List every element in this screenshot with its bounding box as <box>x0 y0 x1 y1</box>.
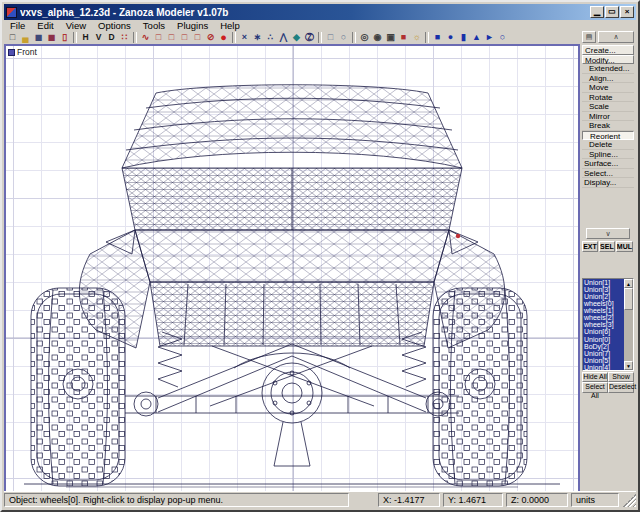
status-x-coordinate: X: -1.4177 <box>378 493 440 507</box>
zoom-icon[interactable]: ◎ <box>358 31 371 43</box>
sidebar-top-row: ▤ ∧ <box>582 31 634 43</box>
scroll-up-arrow-icon[interactable]: ▲ <box>624 279 633 288</box>
toggle-d-icon[interactable]: D <box>105 31 118 43</box>
export-icon[interactable]: ▯ <box>58 31 71 43</box>
menu-tools[interactable]: Tools <box>137 20 171 31</box>
primitive-arrow-icon[interactable]: ► <box>483 31 496 43</box>
primitive-cone-icon[interactable]: ▲ <box>470 31 483 43</box>
mirror-tool-icon[interactable]: ⋀ <box>277 31 290 43</box>
select-rect-icon[interactable]: □ <box>324 31 337 43</box>
sidebar-item-extended[interactable]: Extended... <box>582 64 634 74</box>
app-window: vxvs_alpha_12.z3d - Zanoza Modeler v1.07… <box>0 0 640 512</box>
objects-mode-icon[interactable]: □ <box>191 31 204 43</box>
background-icon[interactable]: ■ <box>397 31 410 43</box>
sel-mode-button[interactable]: SEL <box>599 241 615 252</box>
status-units: units <box>571 493 619 507</box>
front-viewport[interactable]: Front <box>4 44 580 494</box>
render-icon[interactable]: ● <box>217 31 230 43</box>
primitive-sphere-icon[interactable]: ● <box>444 31 457 43</box>
menu-edit[interactable]: Edit <box>31 20 59 31</box>
mul-mode-button[interactable]: MUL <box>616 241 633 252</box>
status-y-coordinate: Y: 1.4671 <box>443 493 503 507</box>
menu-bar: File Edit View Options Tools Plugins Hel… <box>4 20 636 31</box>
none-mode-icon[interactable]: ⊘ <box>204 31 217 43</box>
panel-doc-icon[interactable]: ▤ <box>582 31 596 43</box>
sidebar-item-spline[interactable]: Spline... <box>582 150 634 160</box>
app-icon[interactable] <box>6 7 17 18</box>
object-list: Union[1] Union[3] Union[2] wheels[0] whe… <box>582 278 634 371</box>
viewport-name: Front <box>17 47 37 57</box>
menu-view[interactable]: View <box>60 20 92 31</box>
mode-button-row: EXT SEL MUL <box>582 241 634 252</box>
toolbar-separator <box>318 32 322 43</box>
sidebar-item-delete[interactable]: Delete <box>582 140 634 150</box>
toggle-v-icon[interactable]: V <box>92 31 105 43</box>
new-file-icon[interactable]: □ <box>6 31 19 43</box>
show-all-button[interactable]: Show All <box>608 372 634 383</box>
scrollbar-track[interactable] <box>624 310 633 361</box>
sidebar-item-rotate[interactable]: Rotate <box>582 93 634 103</box>
polygons-mode-icon[interactable]: □ <box>178 31 191 43</box>
viewport-label[interactable]: Front <box>8 47 37 57</box>
save-copy-icon[interactable]: ◼ <box>45 31 58 43</box>
sidebar-item-scale[interactable]: Scale <box>582 102 634 112</box>
sidebar-item-modify[interactable]: Modify... <box>582 55 634 65</box>
select-circle-icon[interactable]: ○ <box>337 31 350 43</box>
close-button[interactable]: × <box>620 6 634 18</box>
toggle-h-icon[interactable]: H <box>79 31 92 43</box>
sidebar-item-create[interactable]: Create... <box>582 45 634 55</box>
toolbar: □ ▄ ◼ ◼ ▯ H V D ∷ ∿ □ □ □ □ ⊘ ● × ∗ ∴ ⋀ … <box>4 31 582 43</box>
menu-file[interactable]: File <box>4 20 31 31</box>
material-tool-icon[interactable]: ◆ <box>290 31 303 43</box>
open-folder-icon[interactable]: ▄ <box>19 31 32 43</box>
sidebar-item-align[interactable]: Align... <box>582 74 634 84</box>
sidebar-item-move[interactable]: Move <box>582 83 634 93</box>
sidebar-item-surface[interactable]: Surface... <box>582 159 634 169</box>
viewport-axis-icon <box>8 49 15 56</box>
status-z-coordinate: Z: 0.0000 <box>506 493 568 507</box>
toolbar-separator <box>133 32 137 43</box>
restore-button[interactable]: ▭ <box>605 6 619 18</box>
edges-mode-icon[interactable]: □ <box>165 31 178 43</box>
zmask-tool-icon[interactable]: Ⓩ <box>303 31 316 43</box>
minimize-button[interactable]: ▁ <box>590 6 604 18</box>
view-fit-icon[interactable]: ▣ <box>384 31 397 43</box>
save-icon[interactable]: ◼ <box>32 31 45 43</box>
primitive-cylinder-icon[interactable]: ▮ <box>457 31 470 43</box>
resize-grip[interactable] <box>623 494 636 507</box>
sidebar-item-display[interactable]: Display... <box>582 178 634 188</box>
cut-tool-icon[interactable]: × <box>238 31 251 43</box>
tools-sidebar: ▤ ∧ Create... Modify... Extended... Alig… <box>582 31 634 490</box>
menu-options[interactable]: Options <box>92 20 137 31</box>
light-icon[interactable]: ☼ <box>410 31 423 43</box>
deselect-button[interactable]: Deselect <box>608 382 634 393</box>
sidebar-item-break[interactable]: Break <box>582 121 634 131</box>
wireframe-truck-model <box>6 46 578 492</box>
primitive-cube-icon[interactable]: ■ <box>431 31 444 43</box>
axes-tool-icon[interactable]: ∴ <box>264 31 277 43</box>
hide-all-button[interactable]: Hide All <box>582 372 608 383</box>
snap-grid-icon[interactable]: ∷ <box>118 31 131 43</box>
scroll-up-button[interactable]: ∧ <box>598 31 634 43</box>
status-bar: Object: wheels[0]. Right-click to displa… <box>4 491 636 508</box>
sidebar-item-reorient[interactable]: Reorient <box>582 131 634 141</box>
sidebar-item-select[interactable]: Select... <box>582 169 634 179</box>
selected-vertex-marker <box>456 234 460 238</box>
scroll-down-arrow-icon[interactable]: ▼ <box>624 361 633 370</box>
vertices-mode-icon[interactable]: □ <box>152 31 165 43</box>
star-tool-icon[interactable]: ∗ <box>251 31 264 43</box>
zoom-region-icon[interactable]: ◉ <box>371 31 384 43</box>
sidebar-item-mirror[interactable]: Mirror <box>582 112 634 122</box>
object-list-scrollbar[interactable]: ▲ ▼ <box>624 279 633 370</box>
menu-help[interactable]: Help <box>214 20 246 31</box>
ext-mode-button[interactable]: EXT <box>582 241 598 252</box>
status-object-info: Object: wheels[0]. Right-click to displa… <box>4 493 349 507</box>
menu-plugins[interactable]: Plugins <box>171 20 214 31</box>
window-title: vxvs_alpha_12.z3d - Zanoza Modeler v1.07… <box>20 7 589 18</box>
select-all-button[interactable]: Select All <box>582 382 608 393</box>
scrollbar-thumb[interactable] <box>624 288 633 310</box>
curve-tool-icon[interactable]: ∿ <box>139 31 152 43</box>
list-button-grid: Hide All Show All Select All Deselect <box>582 372 634 393</box>
scroll-down-button[interactable]: ∨ <box>586 228 630 239</box>
primitive-torus-icon[interactable]: ○ <box>496 31 509 43</box>
